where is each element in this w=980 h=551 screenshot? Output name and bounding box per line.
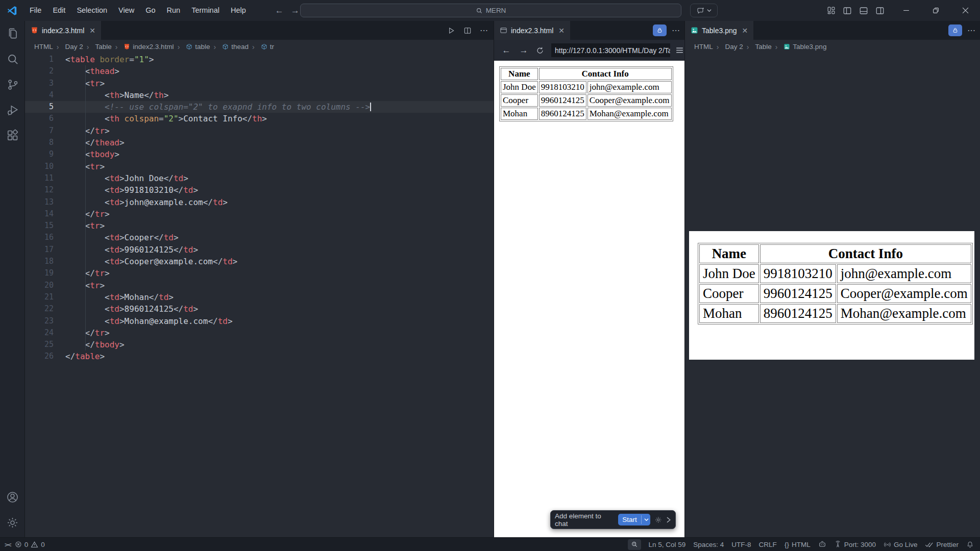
code-line-2[interactable]: 2 <thead>	[25, 65, 494, 77]
go-live-button[interactable]: Go Live	[884, 541, 918, 548]
code-line-22[interactable]: 22 <td>8960124125</td>	[25, 303, 494, 315]
crumb-html[interactable]: HTML	[694, 43, 713, 51]
more-actions-icon[interactable]: ⋯	[672, 26, 680, 35]
toggle-sidebar-icon[interactable]	[839, 0, 855, 21]
chevron-right-icon[interactable]	[666, 517, 671, 523]
run-file-icon[interactable]	[447, 27, 455, 35]
port-indicator[interactable]: Port: 3000	[834, 541, 876, 548]
code-line-8[interactable]: 8 </thead>	[25, 137, 494, 148]
code-line-3[interactable]: 3 <tr>	[25, 78, 494, 89]
crumb-day2[interactable]: Day 2	[53, 43, 83, 51]
code-line-24[interactable]: 24 </tr>	[25, 327, 494, 339]
crumb-html[interactable]: HTML	[34, 43, 53, 51]
eol-sequence[interactable]: CRLF	[759, 541, 777, 548]
menu-icon[interactable]	[675, 46, 684, 55]
crumb-symbol-tr[interactable]: tr	[249, 43, 274, 51]
code-line-23[interactable]: 23 <td>Mohan@example.com</td>	[25, 315, 494, 327]
code-line-25[interactable]: 25 </tbody>	[25, 339, 494, 350]
source-control-icon[interactable]	[0, 72, 25, 97]
prettier-indicator[interactable]: Prettier	[925, 541, 959, 548]
url-bar[interactable]: http://127.0.0.1:3000/HTML/Day 2/Tab	[551, 43, 670, 57]
toggle-secondary-sidebar-icon[interactable]	[872, 0, 888, 21]
settings-gear-icon[interactable]	[0, 510, 25, 535]
indentation[interactable]: Spaces: 4	[693, 541, 724, 548]
start-button[interactable]: Start	[618, 514, 650, 525]
extensions-icon[interactable]	[0, 123, 25, 148]
code-line-5[interactable]: 5 <!-- use colspan="2" to exapnd info to…	[25, 101, 494, 113]
code-line-1[interactable]: 1<table border="1">	[25, 54, 494, 65]
code-line-10[interactable]: 10 <tr>	[25, 161, 494, 172]
crumb-symbol-thead[interactable]: thead	[210, 43, 249, 51]
command-center-search[interactable]: MERN	[300, 4, 681, 17]
menu-view[interactable]: View	[113, 6, 140, 14]
lock-icon[interactable]	[653, 24, 667, 36]
language-mode[interactable]: {} HTML	[785, 541, 811, 548]
line-number: 8	[25, 137, 54, 148]
settings-gear-icon[interactable]	[654, 516, 663, 524]
tab-table3-png[interactable]: Table3.png ✕	[685, 21, 753, 40]
menu-file[interactable]: File	[24, 6, 47, 14]
crumb-day2[interactable]: Day 2	[713, 43, 743, 51]
problems-indicator[interactable]: 0 0	[15, 541, 45, 548]
code-line-18[interactable]: 18 <td>Cooper@example.com</td>	[25, 256, 494, 267]
close-tab-icon[interactable]: ✕	[558, 27, 565, 35]
close-tab-icon[interactable]: ✕	[742, 27, 748, 35]
code-line-21[interactable]: 21 <td>Mohan</td>	[25, 291, 494, 303]
back-icon[interactable]: ←	[501, 45, 511, 56]
bell-icon[interactable]	[966, 541, 974, 548]
zoom-out-icon[interactable]	[628, 539, 641, 550]
code-line-4[interactable]: 4 <th>Name</th>	[25, 89, 494, 101]
customize-layout-icon[interactable]	[823, 0, 839, 21]
close-tab-icon[interactable]: ✕	[89, 27, 95, 35]
split-editor-icon[interactable]	[463, 27, 472, 35]
restore-icon[interactable]	[921, 0, 950, 21]
code-line-12[interactable]: 12 <td>9918103210</td>	[25, 184, 494, 196]
code-line-20[interactable]: 20 <tr>	[25, 280, 494, 291]
copilot-icon[interactable]	[818, 540, 826, 548]
forward-icon[interactable]: →	[519, 45, 529, 56]
crumb-table-folder[interactable]: Table	[743, 43, 772, 51]
code-line-11[interactable]: 11 <td>John Doe</td>	[25, 172, 494, 184]
code-line-6[interactable]: 6 <th colspan="2">Contact Info</th>	[25, 113, 494, 124]
code-line-19[interactable]: 19 </tr>	[25, 267, 494, 279]
minimize-icon[interactable]	[891, 0, 921, 21]
encoding[interactable]: UTF-8	[731, 541, 751, 548]
cursor-position[interactable]: Ln 5, Col 59	[649, 541, 686, 548]
crumb-file[interactable]: index2.3.html	[112, 43, 174, 51]
tab-preview[interactable]: index2.3.html ✕	[494, 21, 570, 40]
tab-index2-3-html[interactable]: index2.3.html ✕	[25, 21, 101, 40]
menu-run[interactable]: Run	[161, 6, 186, 14]
code-line-16[interactable]: 16 <td>Cooper</td>	[25, 232, 494, 243]
refresh-icon[interactable]	[536, 46, 546, 55]
menu-go[interactable]: Go	[140, 6, 161, 14]
code-editor[interactable]: 1<table border="1">2 <thead>3 <tr>4 <th>…	[25, 54, 494, 537]
menu-terminal[interactable]: Terminal	[186, 6, 225, 14]
code-line-7[interactable]: 7 </tr>	[25, 125, 494, 137]
copilot-chat-button[interactable]	[690, 4, 718, 17]
crumb-symbol-table[interactable]: table	[174, 43, 210, 51]
toggle-panel-icon[interactable]	[855, 0, 872, 21]
crumb-image-file[interactable]: Table3.png	[772, 43, 827, 51]
account-icon[interactable]	[0, 484, 25, 510]
more-actions-icon[interactable]: ⋯	[480, 26, 488, 35]
remote-icon[interactable]: ><	[5, 541, 11, 548]
search-icon[interactable]	[0, 46, 25, 72]
lock-icon[interactable]	[948, 24, 962, 36]
history-forward-icon[interactable]: →	[291, 6, 300, 16]
crumb-table-folder[interactable]: Table	[83, 43, 112, 51]
explorer-icon[interactable]	[0, 21, 25, 46]
code-line-17[interactable]: 17 <td>9960124125</td>	[25, 244, 494, 256]
menu-edit[interactable]: Edit	[47, 6, 71, 14]
menu-selection[interactable]: Selection	[71, 6, 113, 14]
menu-help[interactable]: Help	[225, 6, 252, 14]
code-line-14[interactable]: 14 </tr>	[25, 208, 494, 220]
code-line-15[interactable]: 15 <tr>	[25, 220, 494, 232]
code-line-9[interactable]: 9 <tbody>	[25, 148, 494, 160]
chevron-down-icon[interactable]	[641, 515, 650, 524]
run-debug-icon[interactable]	[0, 97, 25, 123]
close-icon[interactable]	[950, 0, 980, 21]
history-back-icon[interactable]: ←	[275, 6, 284, 16]
more-actions-icon[interactable]: ⋯	[967, 26, 976, 35]
code-line-13[interactable]: 13 <td>john@example.com</td>	[25, 196, 494, 208]
code-line-26[interactable]: 26</table>	[25, 350, 494, 362]
